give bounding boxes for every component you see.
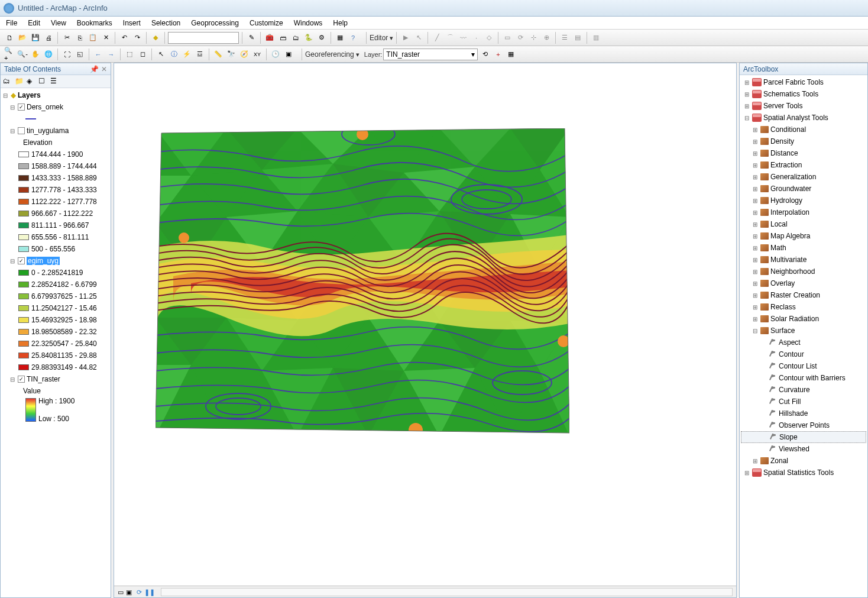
editor-toolbar-icon[interactable]: ✎ <box>245 32 257 44</box>
find-route-icon[interactable]: 🧭 <box>238 49 250 60</box>
layer-egim[interactable]: ⊟✓egim_uyg <box>2 255 109 267</box>
pause-icon[interactable]: ❚❚ <box>144 588 155 596</box>
edit-split-icon[interactable]: ⊹ <box>527 32 539 44</box>
add-data-icon[interactable]: ◆ <box>150 32 161 44</box>
edit-vertex-icon[interactable]: ◇ <box>483 32 495 44</box>
menu-bookmarks[interactable]: Bookmarks <box>77 19 112 27</box>
pin-icon[interactable]: 📌 <box>90 65 99 73</box>
tool-item[interactable]: Slope <box>741 431 866 443</box>
edit-line-icon[interactable]: ╱ <box>431 32 443 44</box>
edit-arrow-icon[interactable]: ↖ <box>413 32 425 44</box>
cut-icon[interactable]: ✂ <box>61 32 73 44</box>
menu-customize[interactable]: Customize <box>250 19 283 27</box>
toolset-item[interactable]: ⊞Reclass <box>741 301 866 313</box>
menu-insert[interactable]: Insert <box>123 19 141 27</box>
list-by-selection-icon[interactable]: ☐ <box>38 77 48 86</box>
map-view[interactable]: ▭ ▣ ⟳ ❚❚ <box>114 63 737 598</box>
copy-icon[interactable]: ⎘ <box>74 32 86 44</box>
paste-icon[interactable]: 📋 <box>87 32 99 44</box>
toolset-item[interactable]: ⊞Overlay <box>741 277 866 289</box>
fixed-zoom-in-icon[interactable]: ⛶ <box>61 49 73 60</box>
toolset-item[interactable]: ⊞Conditional <box>741 124 866 135</box>
toolbox-item[interactable]: ⊞Server Tools <box>741 100 866 112</box>
tool-item[interactable]: Contour with Barriers <box>741 372 866 384</box>
data-view-icon[interactable]: ▭ <box>118 588 124 596</box>
menu-geoprocessing[interactable]: Geoprocessing <box>191 19 239 27</box>
create-viewer-icon[interactable]: ▣ <box>283 49 294 60</box>
georef-label[interactable]: Georeferencing ▾ <box>305 50 359 59</box>
layer-raster[interactable]: ⊟✓TIN_raster <box>2 373 109 385</box>
clear-selection-icon[interactable]: ◻ <box>137 49 148 60</box>
zoom-out-icon[interactable]: 🔍- <box>17 49 28 60</box>
georef-table-icon[interactable]: ▦ <box>505 49 517 60</box>
list-by-drawing-icon[interactable]: 🗂 <box>3 77 12 86</box>
tool-item[interactable]: Aspect <box>741 337 866 348</box>
georef-rotate-icon[interactable]: ⟲ <box>479 49 491 60</box>
toolbox-item[interactable]: ⊞Schematics Tools <box>741 88 866 100</box>
select-features-icon[interactable]: ⬚ <box>124 49 135 60</box>
edit-arc-icon[interactable]: ⌒ <box>444 32 456 44</box>
toolbox-item[interactable]: ⊞Parcel Fabric Tools <box>741 76 866 88</box>
refresh-icon[interactable]: ⟳ <box>137 588 142 596</box>
toolset-item[interactable]: ⊞Multivariate <box>741 254 866 266</box>
new-icon[interactable]: 🗋 <box>4 32 15 44</box>
toolset-zonal[interactable]: ⊞Zonal <box>741 455 866 467</box>
toolset-item[interactable]: ⊞Extraction <box>741 159 866 171</box>
toolset-item[interactable]: ⊞Solar Radiation <box>741 313 866 325</box>
html-popup-icon[interactable]: ☲ <box>194 49 206 60</box>
attributes-icon[interactable]: ☰ <box>559 32 571 44</box>
toolset-item[interactable]: ⊞Raster Creation <box>741 289 866 301</box>
tool-item[interactable]: Viewshed <box>741 443 866 455</box>
tool-item[interactable]: Hillshade <box>741 408 866 419</box>
search-window-icon[interactable]: 🗂 <box>290 32 302 44</box>
edit-pointer-icon[interactable]: ▶ <box>400 32 412 44</box>
identify-icon[interactable]: ⓘ <box>168 49 180 60</box>
toolbox-spatial-analyst[interactable]: ⊟Spatial Analyst Tools <box>741 112 866 124</box>
menu-windows[interactable]: Windows <box>294 19 323 27</box>
undo-icon[interactable]: ↶ <box>118 32 130 44</box>
modelbuilder-icon[interactable]: ⚙ <box>316 32 328 44</box>
toolbox-item[interactable]: ⊞Spatial Statistics Tools <box>741 467 866 479</box>
scale-combo[interactable] <box>168 32 239 44</box>
menu-selection[interactable]: Selection <box>151 19 180 27</box>
delete-icon[interactable]: ✕ <box>100 32 112 44</box>
measure-icon[interactable]: 📏 <box>212 49 224 60</box>
editor-label[interactable]: Editor ▾ <box>370 34 393 42</box>
toolset-item[interactable]: ⊞Local <box>741 218 866 230</box>
arctoolbox-body[interactable]: ⊞Parcel Fabric Tools⊞Schematics Tools⊞Se… <box>740 75 867 597</box>
toolset-item[interactable]: ⊞Generalization <box>741 171 866 183</box>
open-icon[interactable]: 📂 <box>17 32 28 44</box>
toolset-surface[interactable]: ⊟Surface <box>741 325 866 337</box>
forward-icon[interactable]: → <box>105 49 117 60</box>
toolset-item[interactable]: ⊞Math <box>741 242 866 254</box>
edit-point-icon[interactable]: · <box>470 32 482 44</box>
find-icon[interactable]: 🔭 <box>225 49 237 60</box>
toolset-item[interactable]: ⊞Density <box>741 135 866 147</box>
menu-help[interactable]: Help <box>333 19 348 27</box>
redo-icon[interactable]: ↷ <box>131 32 143 44</box>
hyperlink-icon[interactable]: ⚡ <box>181 49 193 60</box>
tool-item[interactable]: Curvature <box>741 384 866 396</box>
print-icon[interactable]: 🖨 <box>43 32 54 44</box>
pan-icon[interactable]: ✋ <box>30 49 41 60</box>
layout-view-icon[interactable]: ▣ <box>126 588 132 596</box>
table-icon[interactable]: ▦ <box>334 32 346 44</box>
edit-rotate-icon[interactable]: ⟳ <box>514 32 526 44</box>
edit-sketch-icon[interactable]: ▭ <box>501 32 513 44</box>
toolset-item[interactable]: ⊞Map Algebra <box>741 230 866 242</box>
edit-trace-icon[interactable]: 〰 <box>457 32 469 44</box>
fixed-zoom-out-icon[interactable]: ◱ <box>74 49 86 60</box>
toolbox-icon[interactable]: 🧰 <box>264 32 276 44</box>
menu-view[interactable]: View <box>51 19 66 27</box>
create-features-icon[interactable]: ▥ <box>590 32 602 44</box>
layer-tin[interactable]: ⊟tin_uygulama <box>2 125 109 137</box>
georef-link-icon[interactable]: + <box>492 49 504 60</box>
toc-body[interactable]: ⊟◆Layers ⊟✓Ders_ornek ⊟tin_uygulama Elev… <box>1 88 111 597</box>
edit-merge-icon[interactable]: ⊕ <box>540 32 552 44</box>
options-icon[interactable]: ☰ <box>50 77 60 86</box>
tool-item[interactable]: Observer Points <box>741 419 866 431</box>
python-icon[interactable]: 🐍 <box>303 32 315 44</box>
toolset-item[interactable]: ⊞Distance <box>741 147 866 159</box>
toolset-item[interactable]: ⊞Neighborhood <box>741 266 866 277</box>
layer-combo[interactable]: TIN_raster▾ <box>383 49 478 60</box>
